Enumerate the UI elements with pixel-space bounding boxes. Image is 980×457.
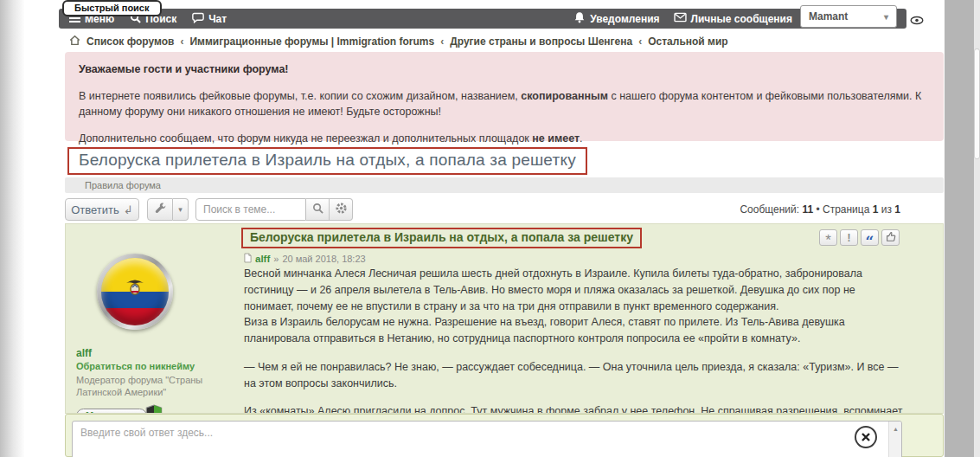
page-icon[interactable] — [244, 253, 252, 265]
username-label: Mamant — [809, 10, 848, 23]
breadcrumb-separator: ‹ — [180, 35, 183, 48]
post-container: alff Обратиться по никнейму Модератор фо… — [65, 223, 944, 414]
post-paragraph: Весной минчанка Алеся Лесничая решила ше… — [244, 266, 903, 314]
bookmark-star-button[interactable]: * — [819, 229, 837, 246]
author-contact-link[interactable]: Обратиться по никнейму — [76, 361, 239, 371]
quick-reply-input[interactable]: Введите свой ответ здесь... ▲ ▼ — [72, 421, 902, 457]
home-icon[interactable] — [69, 35, 80, 48]
breadcrumb: Список форумов ‹ Иммиграционные форумы |… — [69, 35, 728, 48]
meta-separator: » — [273, 254, 279, 264]
chat-button[interactable]: Чат — [192, 12, 227, 26]
breadcrumb-link-rest-of-world[interactable]: Остальной мир — [648, 35, 727, 48]
search-icon — [312, 202, 323, 217]
quick-reply-placeholder: Введите свой ответ здесь... — [80, 427, 213, 439]
left-gutter — [0, 0, 24, 457]
thumbs-up-icon — [885, 230, 897, 246]
user-menu-button[interactable]: Mamant ▾ — [800, 5, 897, 28]
notifications-button[interactable]: Уведомления — [573, 11, 659, 26]
chevron-down-icon: ▾ — [884, 12, 888, 22]
coat-of-arms-icon — [124, 279, 146, 299]
bell-icon — [573, 11, 586, 26]
gear-icon — [335, 202, 348, 218]
reply-button[interactable]: Ответить ↲ — [65, 198, 139, 221]
post-meta: alff » 20 май 2018, 18:23 — [244, 253, 366, 265]
reply-button-label: Ответить — [71, 203, 119, 216]
topic-tools-button[interactable] — [147, 198, 173, 221]
topic-stats: Сообщений: 11 • Страница 1 из 1 — [740, 203, 900, 216]
breadcrumb-link-other-countries[interactable]: Другие страны и вопросы Шенгена — [450, 35, 632, 48]
topic-search-input[interactable] — [195, 198, 306, 221]
forum-page: Меню Поиск Чат Уведомления — [0, 0, 980, 457]
breadcrumb-separator: ‹ — [440, 35, 444, 48]
topic-title: Белоруска прилетела в Израиль на отдых, … — [79, 151, 576, 170]
private-messages-label: Личные сообщения — [691, 13, 792, 25]
bullet: • — [816, 203, 819, 216]
quote-icon: “ — [866, 232, 874, 243]
warning-heading: Уважаемые гости и участники форума! — [79, 61, 930, 77]
eye-icon[interactable] — [910, 13, 924, 29]
quote-post-button[interactable]: “ — [861, 229, 879, 246]
topic-search-submit-button[interactable] — [306, 198, 330, 221]
messages-count: 11 — [802, 203, 813, 216]
post-title-link[interactable]: Белоруска прилетела в Израиль на отдых, … — [250, 230, 633, 244]
breadcrumb-link-forums[interactable]: Список форумов — [86, 35, 174, 48]
avatar[interactable] — [97, 254, 173, 330]
quick-reply-bar: Введите свой ответ здесь... ▲ ▼ — [65, 414, 944, 457]
chat-bubble-icon — [192, 12, 204, 26]
post-paragraph: — Чем я ей не понравилась? Не знаю, — ра… — [244, 359, 903, 392]
topic-search-group — [195, 198, 353, 221]
page-total: 1 — [894, 203, 900, 216]
top-menu-bar: Меню Поиск Чат Уведомления — [59, 9, 906, 29]
close-icon[interactable] — [855, 426, 877, 448]
topic-search-settings-button[interactable] — [330, 198, 353, 221]
wrench-icon — [154, 202, 166, 217]
like-post-button[interactable] — [881, 229, 900, 246]
fake-forums-warning-panel: Уважаемые гости и участники форума! В ин… — [65, 52, 944, 141]
reply-scrollbar[interactable]: ▲ ▼ — [888, 422, 901, 457]
exclamation-icon: ! — [848, 232, 851, 244]
post-author-panel: alff Обратиться по никнейму Модератор фо… — [74, 224, 239, 414]
ecuador-flag-avatar — [101, 258, 169, 325]
post-date: 20 май 2018, 18:23 — [282, 254, 365, 264]
star-icon: * — [825, 232, 831, 243]
post-title-annotation-box: Белоруска прилетела в Израиль на отдых, … — [241, 228, 642, 248]
topic-tools-group: ▾ — [147, 198, 189, 221]
quick-search-tooltip: Быстрый поиск — [62, 0, 162, 16]
topic-title-annotation-box: Белоруска прилетела в Израиль на отдых, … — [67, 147, 587, 175]
chat-label: Чат — [208, 13, 227, 25]
scrollbar-thumb[interactable] — [974, 48, 980, 159]
post-author-link[interactable]: alff — [255, 254, 270, 264]
breadcrumb-link-immigration[interactable]: Иммиграционные форумы | Immigration foru… — [189, 35, 434, 48]
page-current: 1 — [873, 203, 879, 216]
envelope-icon — [674, 12, 687, 25]
forum-rules-bar: Правила форума — [65, 177, 944, 193]
breadcrumb-separator: ‹ — [638, 35, 642, 48]
warning-paragraph-2: Дополнительно сообщаем, что форум никуда… — [79, 131, 930, 146]
post-action-buttons: * ! “ — [819, 229, 900, 246]
reply-arrow-icon: ↲ — [124, 203, 133, 216]
warning-paragraph-1: В интернете появились фейковые форумы, т… — [79, 88, 930, 119]
moderator-badge-row: Модератор — [76, 404, 239, 414]
right-gutter — [945, 0, 974, 457]
author-username-link[interactable]: alff — [76, 347, 239, 359]
topic-tools-dropdown-button[interactable]: ▾ — [173, 198, 189, 221]
browser-scrollbar[interactable] — [974, 0, 980, 457]
report-post-button[interactable]: ! — [840, 229, 858, 246]
post-body: Весной минчанка Алеся Лесничая решила ше… — [244, 266, 903, 414]
post-paragraph: Из «комнаты» Алесю пригласили на допрос.… — [244, 403, 903, 414]
shield-icon — [144, 404, 163, 414]
chevron-down-icon: ▾ — [178, 205, 183, 214]
post-paragraph: Виза в Израиль белорусам не нужна. Разре… — [244, 314, 903, 347]
author-role-text: Модератор форума "Страны Латинской Амери… — [76, 374, 208, 399]
scroll-up-icon[interactable]: ▲ — [889, 422, 902, 434]
topic-toolbar: Ответить ↲ ▾ — [65, 197, 944, 222]
private-messages-button[interactable]: Личные сообщения — [674, 12, 792, 25]
notifications-label: Уведомления — [590, 13, 659, 25]
forum-rules-link[interactable]: Правила форума — [85, 180, 161, 190]
